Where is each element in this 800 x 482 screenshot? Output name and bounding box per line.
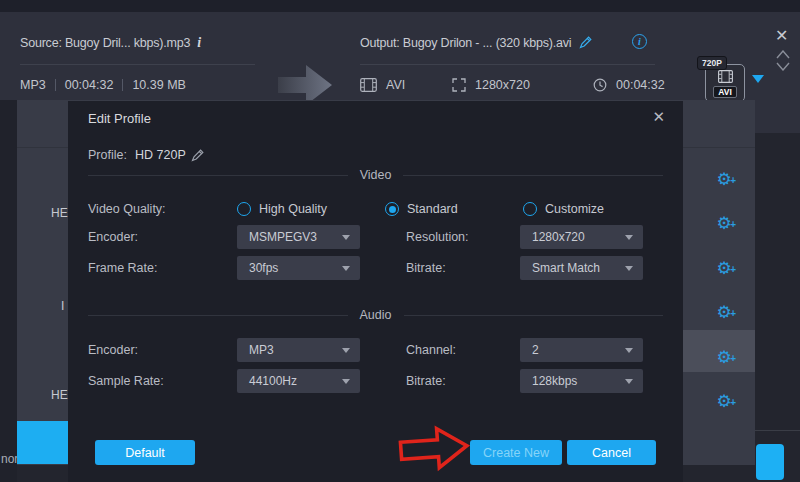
radio-high-quality[interactable]: High Quality: [237, 201, 327, 217]
video-encoder-value: MSMPEGV3: [249, 230, 317, 244]
caret-down-icon: [625, 348, 633, 353]
output-meta: AVI: [360, 78, 405, 92]
audio-encoder-value: MP3: [249, 343, 274, 357]
audio-row-2: Sample Rate: 44100Hz Bitrate: 128kbps: [88, 369, 663, 393]
radio-label: High Quality: [259, 202, 327, 216]
radio-circle-selected-icon[interactable]: [385, 202, 399, 216]
film-icon: [718, 70, 733, 83]
separator: [55, 79, 56, 91]
output-duration-meta: 00:04:32: [593, 78, 665, 92]
profile-settings-icon[interactable]: ⚙+: [711, 211, 737, 237]
source-size: 10.39 MB: [132, 78, 186, 92]
output-divider: [360, 64, 655, 65]
frame-rate-label: Frame Rate:: [88, 261, 157, 275]
create-new-button[interactable]: Create New: [470, 440, 562, 465]
source-file-title: Source: Bugoy Dril... kbps).mp3 i: [20, 35, 201, 51]
background-action-button[interactable]: [756, 444, 784, 480]
radio-customize[interactable]: Customize: [523, 201, 604, 217]
left-background-area: [0, 100, 17, 482]
caret-down-icon: [342, 348, 350, 353]
default-button[interactable]: Default: [95, 440, 195, 465]
profile-value: HD 720P: [135, 148, 186, 162]
caret-down-icon: [625, 235, 633, 240]
frame-rate-dropdown[interactable]: 30fps: [237, 256, 360, 280]
source-title-text: Source: Bugoy Dril... kbps).mp3: [20, 36, 190, 50]
source-divider: [20, 64, 255, 65]
output-format: AVI: [386, 78, 405, 92]
audio-bitrate-dropdown[interactable]: 128kbps: [520, 369, 643, 393]
output-file-title: Output: Bugoy Drilon - ... (320 kbps).av…: [360, 35, 593, 50]
red-arrow-annotation: [396, 423, 472, 475]
profile-settings-icon[interactable]: ⚙+: [711, 167, 737, 193]
background-divider: [755, 430, 800, 431]
source-info-icon[interactable]: i: [197, 35, 201, 51]
video-bitrate-dropdown[interactable]: Smart Match: [520, 256, 643, 280]
radio-circle-icon[interactable]: [523, 202, 537, 216]
background-text-fragment: nor: [1, 452, 17, 466]
output-title-text: Output: Bugoy Drilon - ... (320 kbps).av…: [360, 36, 571, 50]
caret-down-icon: [625, 266, 633, 271]
audio-section-separator: Audio: [88, 307, 663, 323]
output-resolution: 1280x720: [475, 78, 530, 92]
format-dropdown-caret[interactable]: [752, 75, 764, 83]
video-quality-label: Video Quality:: [88, 202, 166, 216]
resolution-value: 1280x720: [532, 230, 585, 244]
resolution-icon: [452, 78, 466, 92]
audio-bitrate-value: 128kbps: [532, 374, 577, 388]
collapse-down-icon[interactable]: [776, 62, 790, 71]
title-bar: [0, 0, 800, 12]
output-info-icon[interactable]: i: [632, 34, 647, 49]
sample-rate-value: 44100Hz: [249, 374, 297, 388]
profile-settings-icon[interactable]: ⚙+: [711, 389, 737, 415]
audio-bitrate-label: Bitrate:: [406, 374, 446, 388]
caret-down-icon: [342, 235, 350, 240]
resolution-badge: 720P: [697, 56, 727, 70]
rename-profile-icon[interactable]: [190, 148, 205, 163]
close-panel-icon[interactable]: ✕: [775, 26, 788, 45]
radio-label: Standard: [407, 202, 458, 216]
cancel-button[interactable]: Cancel: [567, 440, 656, 465]
profile-list-item[interactable]: I: [61, 299, 68, 313]
radio-label: Customize: [545, 202, 604, 216]
resolution-dropdown[interactable]: 1280x720: [520, 225, 643, 249]
profile-list-item[interactable]: HE: [51, 388, 68, 402]
channel-value: 2: [532, 343, 539, 357]
video-encoder-dropdown[interactable]: MSMPEGV3: [237, 225, 360, 249]
video-format-icon: [360, 78, 377, 92]
source-duration: 00:04:32: [65, 78, 114, 92]
collapse-up-icon[interactable]: [776, 50, 790, 59]
profile-settings-icon[interactable]: ⚙+: [711, 300, 737, 326]
source-format: MP3: [20, 78, 46, 92]
rename-output-icon[interactable]: [578, 35, 593, 50]
dialog-close-icon[interactable]: ✕: [652, 108, 665, 126]
radio-circle-icon[interactable]: [237, 202, 251, 216]
video-row-1: Encoder: MSMPEGV3 Resolution: 1280x720: [88, 225, 663, 249]
audio-encoder-dropdown[interactable]: MP3: [237, 338, 360, 362]
profile-settings-icon[interactable]: ⚙+: [711, 345, 737, 371]
caret-down-icon: [625, 379, 633, 384]
profile-list-item[interactable]: HE: [51, 206, 68, 220]
video-encoder-label: Encoder:: [88, 230, 138, 244]
source-meta: MP3 00:04:32 10.39 MB: [20, 78, 186, 92]
caret-down-icon: [342, 266, 350, 271]
video-bitrate-value: Smart Match: [532, 261, 600, 275]
clock-icon: [593, 78, 607, 92]
channel-label: Channel:: [406, 343, 456, 357]
output-resolution-meta: 1280x720: [452, 78, 530, 92]
video-quality-row: Video Quality: High Quality Standard Cus…: [88, 201, 663, 217]
profile-label: Profile:: [88, 148, 127, 162]
frame-rate-value: 30fps: [249, 261, 278, 275]
selected-profile-item[interactable]: [17, 421, 68, 464]
separator: [122, 79, 123, 91]
audio-encoder-label: Encoder:: [88, 343, 138, 357]
sample-rate-label: Sample Rate:: [88, 374, 164, 388]
audio-row-1: Encoder: MP3 Channel: 2: [88, 338, 663, 362]
video-row-2: Frame Rate: 30fps Bitrate: Smart Match: [88, 256, 663, 280]
caret-down-icon: [342, 379, 350, 384]
output-duration: 00:04:32: [616, 78, 665, 92]
sample-rate-dropdown[interactable]: 44100Hz: [237, 369, 360, 393]
channel-dropdown[interactable]: 2: [520, 338, 643, 362]
video-bitrate-label: Bitrate:: [406, 261, 446, 275]
radio-standard[interactable]: Standard: [385, 201, 458, 217]
profile-settings-icon[interactable]: ⚙+: [711, 256, 737, 282]
